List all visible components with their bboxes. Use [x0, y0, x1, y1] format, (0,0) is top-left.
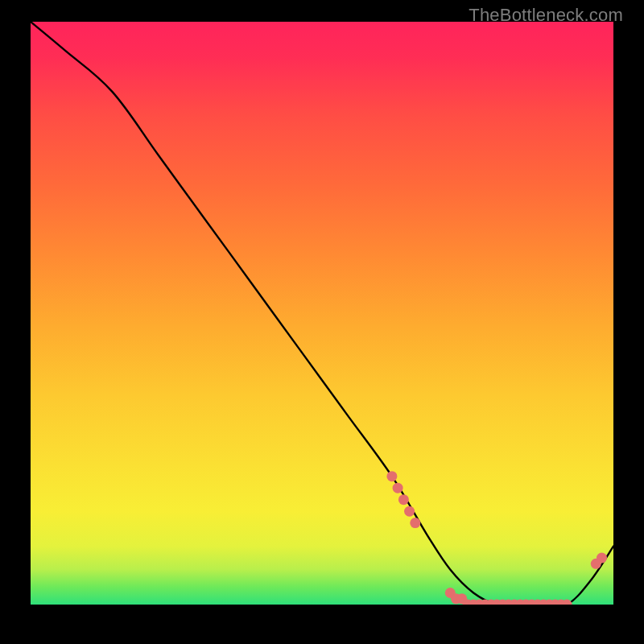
scatter-point: [404, 506, 415, 517]
scatter-point: [597, 553, 607, 564]
scatter-point: [398, 494, 409, 505]
scatter-point: [393, 483, 403, 493]
chart-stage: TheBottleneck.com: [0, 0, 644, 644]
bottleneck-curve: [31, 22, 613, 605]
curve-svg: [31, 22, 613, 605]
scatter-point: [386, 471, 397, 481]
scatter-point: [410, 518, 420, 528]
plot-area: [31, 22, 613, 605]
scatter-points: [386, 471, 607, 605]
